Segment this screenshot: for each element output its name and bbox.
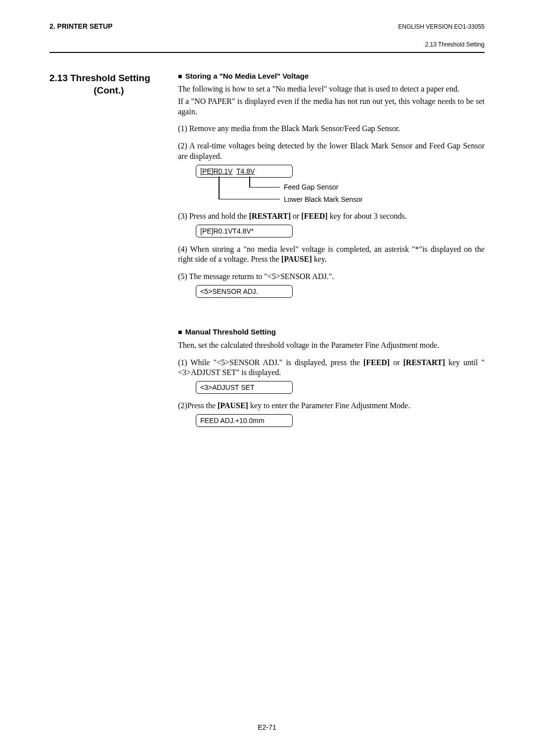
square-bullet-icon: ■ bbox=[178, 72, 182, 80]
storing-step4: (4) When storing a "no media level" volt… bbox=[178, 244, 485, 265]
page-number: E2-71 bbox=[0, 723, 534, 731]
sensor-diagram: [PE]R0.1V T4.8V Feed Gap Sensor Lower Bl… bbox=[196, 165, 485, 204]
mstep2-key-pause: [PAUSE] bbox=[218, 401, 248, 410]
mstep1-pre: (1) While "<5>SENSOR ADJ." is displayed,… bbox=[178, 358, 363, 367]
storing-heading-text: Storing a "No Media Level" Voltage bbox=[185, 72, 309, 80]
content-area: 2.13 Threshold Setting (Cont.) ■Storing … bbox=[49, 72, 485, 427]
display-box-step5: <5>SENSOR ADJ. bbox=[196, 285, 293, 298]
manual-intro: Then, set the calculated threshold volta… bbox=[178, 340, 485, 351]
storing-step5: (5) The message returns to "<5>SENSOR AD… bbox=[178, 272, 485, 282]
storing-step1: (1) Remove any media from the Black Mark… bbox=[178, 124, 485, 134]
step3-post: key for about 3 seconds. bbox=[328, 212, 407, 220]
step4-pre: (4) When storing a "no media level" volt… bbox=[178, 245, 485, 264]
diagram-label-black-mark: Lower Black Mark Sensor bbox=[284, 195, 363, 203]
mstep1-key-restart: [RESTART] bbox=[403, 358, 445, 367]
mstep1-key-feed: [FEED] bbox=[363, 358, 390, 367]
page-header: 2. PRINTER SETUP ENGLISH VERSION EO1-330… bbox=[49, 22, 485, 30]
header-divider bbox=[49, 52, 485, 53]
header-subtitle: 2.13 Threshold Setting bbox=[49, 41, 485, 48]
display-box-step3: [PE]R0.1VT4.8V* bbox=[196, 225, 293, 237]
section-title: Threshold Setting bbox=[70, 73, 150, 83]
diagram-box-part2: T4.8V bbox=[236, 167, 255, 175]
right-column: ■Storing a "No Media Level" Voltage The … bbox=[178, 72, 485, 427]
storing-intro2: If a "NO PAPER" is displayed even if the… bbox=[178, 96, 485, 117]
square-bullet-icon: ■ bbox=[178, 328, 182, 336]
storing-step2-text: (2) A real-time voltages being detected … bbox=[178, 142, 485, 160]
display-box-feed-adj: FEED ADJ.+10.0mm bbox=[196, 414, 293, 427]
manual-heading: ■Manual Threshold Setting bbox=[178, 328, 485, 336]
manual-step2: (2)Press the [PAUSE] key to enter the Pa… bbox=[178, 401, 485, 411]
storing-heading: ■Storing a "No Media Level" Voltage bbox=[178, 72, 485, 80]
step3-pre: (3) Press and hold the bbox=[178, 212, 249, 220]
diagram-label-feed-gap: Feed Gap Sensor bbox=[284, 183, 339, 191]
header-right: ENGLISH VERSION EO1-33055 bbox=[398, 23, 485, 30]
step3-key-feed: [FEED] bbox=[301, 212, 327, 220]
step4-post: key. bbox=[312, 255, 327, 263]
mstep2-pre: (2)Press the bbox=[178, 401, 218, 410]
storing-intro1: The following is how to set a "No media … bbox=[178, 84, 485, 94]
storing-step2: (2) A real-time voltages being detected … bbox=[178, 141, 485, 162]
manual-step1: (1) While "<5>SENSOR ADJ." is displayed,… bbox=[178, 358, 485, 378]
diagram-display-box: [PE]R0.1V T4.8V bbox=[196, 165, 293, 178]
section-number: 2.13 bbox=[49, 73, 68, 83]
section-heading: 2.13 Threshold Setting bbox=[49, 72, 168, 85]
left-column: 2.13 Threshold Setting (Cont.) bbox=[49, 72, 168, 427]
manual-heading-text: Manual Threshold Setting bbox=[185, 328, 275, 336]
storing-step3: (3) Press and hold the [RESTART] or [FEE… bbox=[178, 211, 485, 222]
mstep2-post: key to enter the Parameter Fine Adjustme… bbox=[248, 401, 410, 410]
diagram-vline-1 bbox=[219, 177, 220, 199]
section-cont: (Cont.) bbox=[49, 85, 168, 96]
step3-key-restart: [RESTART] bbox=[249, 212, 291, 220]
diagram-box-part1: [PE]R0.1V bbox=[200, 167, 232, 175]
step3-mid: or bbox=[291, 212, 301, 220]
diagram-hline-2 bbox=[249, 187, 280, 188]
display-box-adjust-set: <3>ADJUST SET bbox=[196, 381, 293, 394]
header-left: 2. PRINTER SETUP bbox=[49, 22, 113, 30]
diagram-vline-2 bbox=[249, 177, 250, 188]
diagram-hline-1 bbox=[219, 199, 280, 200]
mstep1-mid: or bbox=[390, 358, 403, 367]
step4-key-pause: [PAUSE] bbox=[281, 255, 312, 263]
